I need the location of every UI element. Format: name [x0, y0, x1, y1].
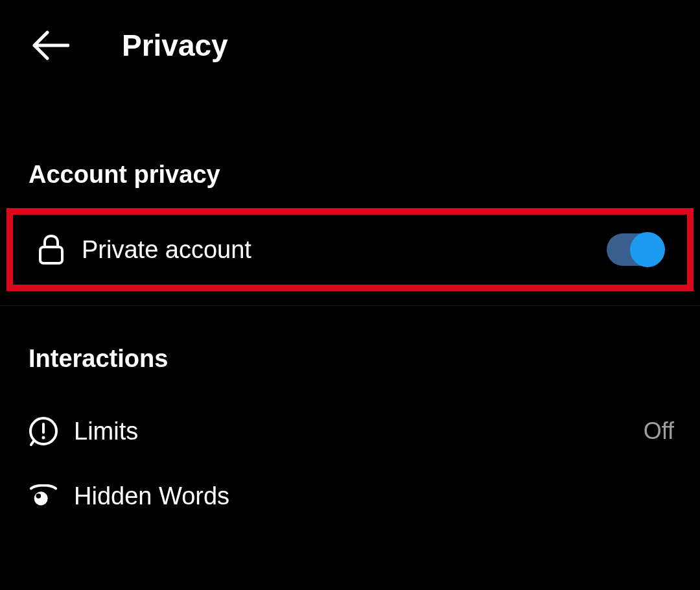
header: Privacy [0, 0, 700, 91]
svg-point-5 [36, 493, 41, 499]
svg-rect-0 [40, 247, 62, 263]
private-account-label: Private account [82, 236, 607, 264]
limits-value: Off [644, 418, 674, 445]
svg-point-4 [34, 491, 48, 505]
highlighted-private-account-row: Private account [6, 208, 694, 291]
limits-label: Limits [74, 418, 644, 445]
toggle-knob [630, 232, 665, 267]
hidden-words-label: Hidden Words [74, 482, 674, 510]
lock-icon [36, 235, 66, 265]
page-title: Privacy [122, 28, 228, 63]
exclamation-circle-icon [29, 416, 58, 446]
eye-icon [29, 481, 58, 511]
back-button[interactable] [31, 26, 70, 65]
limits-row[interactable]: Limits Off [0, 399, 700, 464]
divider [0, 305, 700, 306]
arrow-left-icon [32, 30, 69, 61]
private-account-row[interactable]: Private account [13, 215, 687, 285]
svg-point-3 [42, 436, 45, 440]
private-account-toggle[interactable] [607, 233, 664, 266]
section-header-account-privacy: Account privacy [0, 161, 700, 189]
section-header-interactions: Interactions [0, 345, 700, 373]
hidden-words-row[interactable]: Hidden Words [0, 464, 700, 528]
